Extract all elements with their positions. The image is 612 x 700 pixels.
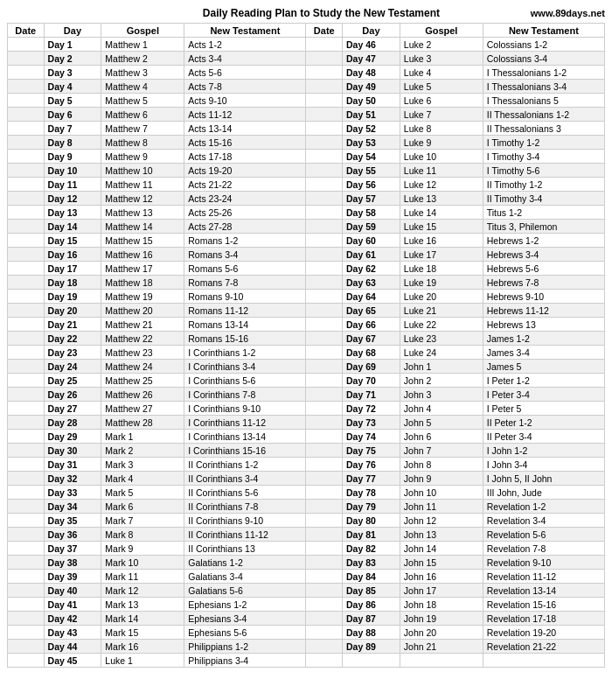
table-row: Day 45Luke 1Philippians 3-4 [8,654,605,668]
cell-nt-left: I Corinthians 11-12 [184,416,306,430]
cell-day-left: Day 31 [44,458,101,472]
website-url: www.89days.net [531,8,605,18]
cell-date-right [306,192,343,206]
table-row: Day 10Matthew 10Acts 19-20Day 55Luke 11I… [8,164,605,178]
cell-date-left [8,556,45,570]
cell-day-right: Day 49 [343,80,400,94]
cell-gospel-left: Mark 4 [101,472,184,486]
cell-day-left: Day 35 [44,514,101,528]
cell-gospel-right: Luke 20 [400,290,483,304]
table-row: Day 36Mark 8II Corinthians 11-12Day 81Jo… [8,528,605,542]
cell-nt-right: I Timothy 5-6 [483,164,604,178]
cell-nt-left: II Corinthians 9-10 [184,514,306,528]
cell-day-left: Day 34 [44,500,101,514]
cell-day-left: Day 41 [44,598,101,612]
table-row: Day 31Mark 3II Corinthians 1-2Day 76John… [8,458,605,472]
cell-date-right [306,542,343,556]
cell-gospel-left: Mark 3 [101,458,184,472]
cell-gospel-right: John 10 [400,486,483,500]
cell-gospel-right [400,654,483,668]
cell-nt-left: Ephesians 5-6 [184,626,306,640]
cell-nt-left: Romans 3-4 [184,248,306,262]
cell-day-right: Day 78 [343,486,400,500]
cell-gospel-left: Matthew 21 [101,318,184,332]
cell-nt-right: Revelation 17-18 [483,612,604,626]
cell-day-left: Day 15 [44,234,101,248]
cell-nt-left: Romans 11-12 [184,304,306,318]
cell-date-right [306,304,343,318]
cell-date-right [306,388,343,402]
cell-date-left [8,52,45,66]
cell-date-right [306,654,343,668]
cell-nt-right: Revelation 9-10 [483,556,604,570]
cell-gospel-left: Mark 2 [101,444,184,458]
cell-gospel-right: John 21 [400,640,483,654]
table-row: Day 42Mark 14Ephesians 3-4Day 87John 19R… [8,612,605,626]
cell-nt-left: II Corinthians 5-6 [184,486,306,500]
cell-day-left: Day 4 [44,80,101,94]
cell-nt-left: Ephesians 3-4 [184,612,306,626]
table-row: Day 9Matthew 9Acts 17-18Day 54Luke 10I T… [8,150,605,164]
page-title: Daily Reading Plan to Study the New Test… [112,7,531,19]
cell-day-right: Day 51 [343,108,400,122]
cell-day-right: Day 88 [343,626,400,640]
cell-date-right [306,318,343,332]
table-row: Day 13Matthew 13Acts 25-26Day 58Luke 14T… [8,206,605,220]
cell-day-left: Day 18 [44,276,101,290]
cell-date-left [8,262,45,276]
cell-gospel-left: Matthew 1 [101,38,184,52]
cell-nt-left: II Corinthians 3-4 [184,472,306,486]
cell-date-right [306,374,343,388]
cell-nt-right: Revelation 19-20 [483,626,604,640]
cell-gospel-left: Matthew 18 [101,276,184,290]
cell-day-right: Day 53 [343,136,400,150]
cell-nt-right: Revelation 5-6 [483,528,604,542]
cell-nt-right: Hebrews 13 [483,318,604,332]
cell-gospel-right: John 5 [400,416,483,430]
table-row: Day 12Matthew 12Acts 23-24Day 57Luke 13I… [8,192,605,206]
cell-date-right [306,514,343,528]
cell-date-right [306,598,343,612]
cell-day-right: Day 50 [343,94,400,108]
cell-day-right [343,654,400,668]
cell-day-right: Day 74 [343,430,400,444]
cell-date-left [8,374,45,388]
table-header-row: Date Day Gospel New Testament Date Day G… [8,24,605,38]
cell-date-left [8,584,45,598]
cell-day-right: Day 82 [343,542,400,556]
cell-nt-left: Acts 19-20 [184,164,306,178]
cell-date-left [8,598,45,612]
cell-day-left: Day 28 [44,416,101,430]
cell-date-left [8,500,45,514]
table-row: Day 29Mark 1I Corinthians 13-14Day 74Joh… [8,430,605,444]
col-header-gospel-left: Gospel [101,24,184,38]
cell-day-left: Day 2 [44,52,101,66]
cell-gospel-left: Matthew 10 [101,164,184,178]
cell-day-right: Day 55 [343,164,400,178]
cell-nt-left: Romans 9-10 [184,290,306,304]
cell-day-left: Day 38 [44,556,101,570]
col-header-gospel-right: Gospel [400,24,483,38]
cell-date-right [306,136,343,150]
cell-date-left [8,654,45,668]
cell-day-right: Day 77 [343,472,400,486]
cell-nt-right: Revelation 11-12 [483,570,604,584]
cell-gospel-right: John 6 [400,430,483,444]
cell-day-right: Day 75 [343,444,400,458]
table-row: Day 3Matthew 3Acts 5-6Day 48Luke 4I Thes… [8,66,605,80]
cell-nt-left: Acts 7-8 [184,80,306,94]
table-row: Day 15Matthew 15Romans 1-2Day 60Luke 16H… [8,234,605,248]
cell-gospel-right: Luke 23 [400,332,483,346]
cell-date-left [8,164,45,178]
cell-day-left: Day 12 [44,192,101,206]
cell-gospel-right: John 8 [400,458,483,472]
cell-gospel-left: Matthew 24 [101,360,184,374]
cell-day-left: Day 11 [44,178,101,192]
cell-gospel-right: Luke 7 [400,108,483,122]
table-row: Day 7Matthew 7Acts 13-14Day 52Luke 8II T… [8,122,605,136]
cell-gospel-right: John 13 [400,528,483,542]
cell-nt-left: Romans 7-8 [184,276,306,290]
col-header-day-right: Day [343,24,400,38]
cell-nt-left: Galatians 5-6 [184,584,306,598]
cell-date-right [306,626,343,640]
